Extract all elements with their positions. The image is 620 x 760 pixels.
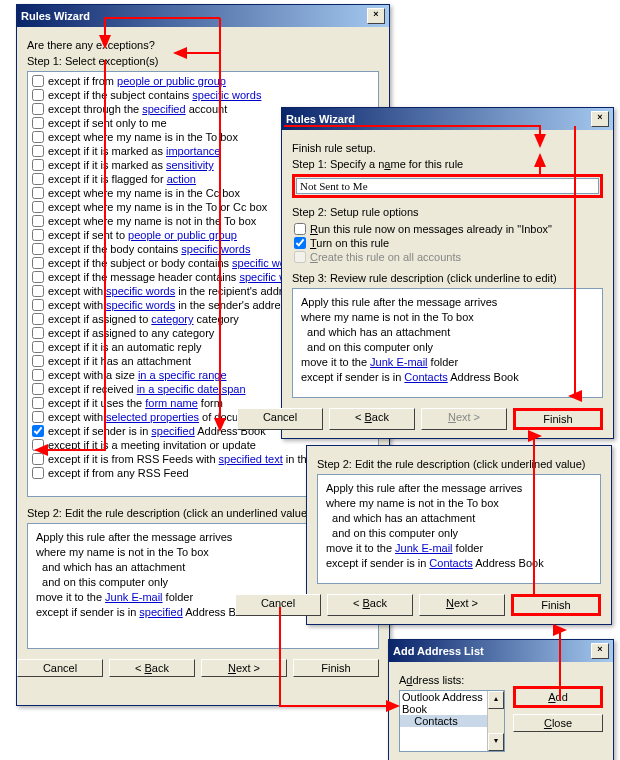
add-address-list-dialog: Add Address List × Address lists: Outloo… [388,639,614,760]
exception-checkbox[interactable] [32,313,44,325]
exception-link[interactable]: specific words [106,299,175,311]
back-button[interactable]: < Back [109,659,195,677]
exception-checkbox[interactable] [32,159,44,171]
exception-checkbox[interactable] [32,425,44,437]
step2-label: Step 2: Edit the rule description (click… [317,458,601,470]
exception-checkbox[interactable] [32,103,44,115]
exception-checkbox[interactable] [32,453,44,465]
rule-description-box[interactable]: Apply this rule after the message arrive… [317,474,601,584]
junk-email-link[interactable]: Junk E-mail [105,591,162,603]
exception-link[interactable]: in a specific date span [137,383,246,395]
desc-line: move it to the Junk E-mail folder [326,541,592,556]
exception-checkbox[interactable] [32,397,44,409]
exception-link[interactable]: action [167,173,196,185]
exception-link[interactable]: specified [151,425,194,437]
contacts-link[interactable]: Contacts [429,557,472,569]
desc-line: except if sender is in Contacts Address … [326,556,592,571]
run-now-option[interactable]: Run this rule now on messages already in… [292,222,603,236]
exception-checkbox[interactable] [32,341,44,353]
rule-name-input[interactable] [296,178,599,194]
junk-email-link[interactable]: Junk E-mail [395,542,452,554]
desc-line: where my name is not in the To box [301,310,594,325]
exception-link[interactable]: specified [142,103,185,115]
title-text: Rules Wizard [21,10,90,22]
finish-button[interactable]: Finish [513,408,603,430]
exception-checkbox[interactable] [32,187,44,199]
exception-checkbox[interactable] [32,229,44,241]
junk-email-link[interactable]: Junk E-mail [370,356,427,368]
exception-checkbox[interactable] [32,145,44,157]
desc-line: and which has an attachment [301,325,594,340]
next-button[interactable]: Next > [201,659,287,677]
exception-link[interactable]: importance [166,145,220,157]
exception-checkbox[interactable] [32,117,44,129]
rules-wizard-desc-dialog: Step 2: Edit the rule description (click… [306,445,612,625]
turn-on-checkbox[interactable] [294,237,306,249]
address-lists-listbox[interactable]: Outlook Address Book Contacts ▴ ▾ [399,690,505,752]
scroll-down-icon[interactable]: ▾ [488,733,504,751]
exception-link[interactable]: in a specific range [138,369,227,381]
rules-wizard-finish-dialog: Rules Wizard × Finish rule setup. Step 1… [281,107,614,439]
finish-button[interactable]: Finish [293,659,379,677]
rule-description-box[interactable]: Apply this rule after the message arrive… [292,288,603,398]
back-button[interactable]: < Back [327,594,413,616]
desc-line: Apply this rule after the message arrive… [326,481,592,496]
exception-link[interactable]: sensitivity [166,159,214,171]
run-now-checkbox[interactable] [294,223,306,235]
exception-link[interactable]: form name [145,397,198,409]
exception-checkbox[interactable] [32,285,44,297]
exception-checkbox[interactable] [32,439,44,451]
exception-checkbox[interactable] [32,131,44,143]
exception-checkbox[interactable] [32,467,44,479]
step2-label: Step 2: Setup rule options [292,206,603,218]
titlebar: Add Address List × [389,640,613,662]
exception-checkbox[interactable] [32,411,44,423]
next-button: Next > [421,408,507,430]
close-icon[interactable]: × [367,8,385,24]
finish-subtitle: Finish rule setup. [292,142,603,154]
exception-checkbox[interactable] [32,271,44,283]
exception-link[interactable]: specific words [181,243,250,255]
exception-checkbox[interactable] [32,327,44,339]
exception-checkbox[interactable] [32,75,44,87]
exception-checkbox[interactable] [32,215,44,227]
desc-line: and which has an attachment [326,511,592,526]
exception-link[interactable]: people or public group [128,229,237,241]
titlebar: Rules Wizard × [17,5,389,27]
exception-checkbox[interactable] [32,369,44,381]
exception-checkbox[interactable] [32,201,44,213]
exception-checkbox[interactable] [32,89,44,101]
exception-checkbox[interactable] [32,299,44,311]
close-icon[interactable]: × [591,643,609,659]
exception-checkbox[interactable] [32,243,44,255]
cancel-button[interactable]: Cancel [235,594,321,616]
next-button[interactable]: Next > [419,594,505,616]
desc-line: move it to the Junk E-mail folder [301,355,594,370]
specified-link[interactable]: specified [139,606,182,618]
cancel-button[interactable]: Cancel [17,659,103,677]
scrollbar[interactable]: ▴ ▾ [487,691,504,751]
turn-on-option[interactable]: Turn on this rule [292,236,603,250]
exception-item[interactable]: except if the subject contains specific … [30,88,376,102]
exception-link[interactable]: selected properties [106,411,199,423]
exception-checkbox[interactable] [32,173,44,185]
exception-link[interactable]: people or public group [117,75,226,87]
title-text: Add Address List [393,645,484,657]
exception-link[interactable]: specific words [106,285,175,297]
close-button[interactable]: Close [513,714,603,732]
exception-item[interactable]: except if from people or public group [30,74,376,88]
add-button[interactable]: Add [513,686,603,708]
exception-checkbox[interactable] [32,383,44,395]
cancel-button[interactable]: Cancel [237,408,323,430]
exception-checkbox[interactable] [32,355,44,367]
exception-checkbox[interactable] [32,257,44,269]
back-button[interactable]: < Back [329,408,415,430]
exception-link[interactable]: specific words [192,89,261,101]
exception-link[interactable]: category [151,313,193,325]
close-icon[interactable]: × [591,111,609,127]
desc-line: and on this computer only [326,526,592,541]
finish-button[interactable]: Finish [511,594,601,616]
exception-link[interactable]: specified text [219,453,283,465]
contacts-link[interactable]: Contacts [404,371,447,383]
scroll-up-icon[interactable]: ▴ [488,691,504,709]
